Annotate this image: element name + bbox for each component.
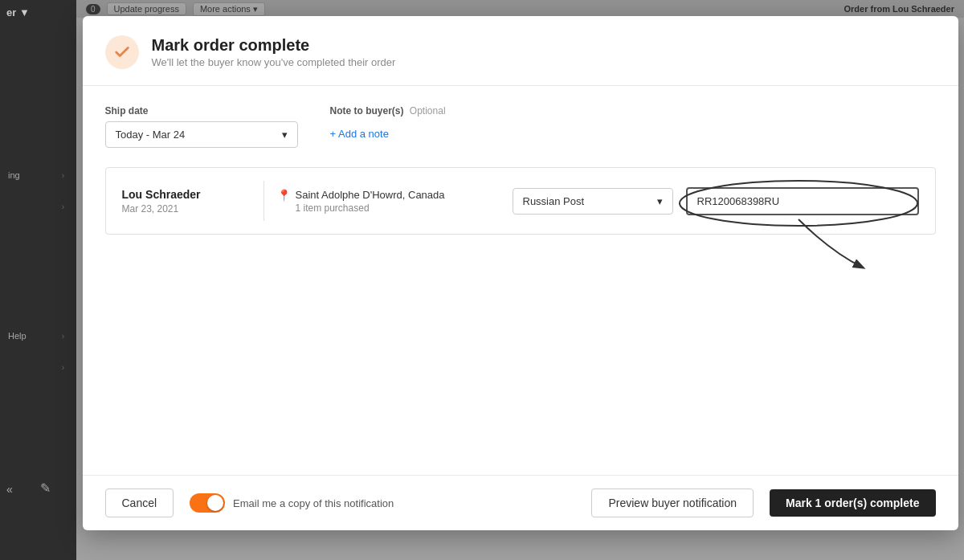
chevron-down-icon: ▾ (282, 129, 288, 141)
buyer-name: Lou Schraeder (122, 188, 251, 201)
ship-date-value: Today - Mar 24 (116, 129, 186, 141)
carrier-select[interactable]: Russian Post ▾ (513, 188, 673, 215)
chevron-right-icon-3: › (62, 332, 64, 341)
collapse-sidebar-button[interactable]: « (6, 483, 13, 496)
check-circle-icon (105, 35, 139, 69)
chevron-right-icon-4: › (62, 363, 64, 372)
sidebar-help-label: Help (8, 331, 27, 341)
edit-icon[interactable]: ✎ (40, 480, 51, 496)
sidebar-item-2[interactable]: › (0, 193, 72, 221)
toggle-knob (207, 495, 223, 511)
divider-1 (263, 181, 264, 221)
mark-complete-modal: Mark order complete We'll let the buyer … (83, 16, 958, 530)
preview-notification-button[interactable]: Preview buyer notification (591, 488, 754, 517)
ship-date-label: Ship date (105, 105, 298, 116)
form-top-row: Ship date Today - Mar 24 ▾ Note to buyer… (105, 105, 936, 148)
sidebar-item-label: ing (8, 170, 20, 180)
buyer-info: Lou Schraeder Mar 23, 2021 (122, 188, 251, 215)
sidebar-item-shipping[interactable]: ing › (0, 161, 72, 190)
sidebar (0, 0, 76, 560)
email-toggle-row: Email me a copy of this notification (190, 493, 394, 513)
add-note-link[interactable]: + Add a note (330, 128, 446, 140)
address-text: Saint Adolphe D'Howrd, Canada (296, 188, 445, 202)
tracking-input-wrapper (686, 187, 919, 215)
address-group: Saint Adolphe D'Howrd, Canada 1 item pur… (296, 188, 445, 214)
sidebar-item-4[interactable]: › (0, 354, 72, 382)
modal-subtitle: We'll let the buyer know you've complete… (152, 56, 396, 68)
cancel-button[interactable]: Cancel (105, 488, 174, 517)
items-count: 1 item purchased (296, 202, 445, 214)
mark-complete-button[interactable]: Mark 1 order(s) complete (770, 489, 936, 517)
note-group: Note to buyer(s) Optional + Add a note (330, 105, 446, 140)
email-copy-label: Email me a copy of this notification (233, 497, 394, 509)
carrier-value: Russian Post (523, 195, 585, 207)
email-toggle[interactable] (190, 493, 225, 513)
carrier-chevron-icon: ▾ (657, 195, 663, 207)
order-row: Lou Schraeder Mar 23, 2021 📍 Saint Adolp… (105, 167, 936, 235)
location-pin-icon: 📍 (277, 189, 291, 202)
optional-label: Optional (410, 105, 446, 116)
modal-overlay: Mark order complete We'll let the buyer … (76, 0, 964, 560)
modal-header: Mark order complete We'll let the buyer … (83, 16, 958, 86)
sidebar-item-help[interactable]: Help › (0, 321, 72, 350)
note-label: Note to buyer(s) Optional (330, 105, 446, 116)
modal-title: Mark order complete (152, 36, 396, 55)
chevron-right-icon-2: › (62, 202, 64, 211)
app-label[interactable]: er ▼ (6, 6, 30, 18)
modal-body: Ship date Today - Mar 24 ▾ Note to buyer… (83, 86, 958, 475)
ship-date-group: Ship date Today - Mar 24 ▾ (105, 105, 298, 148)
buyer-date: Mar 23, 2021 (122, 203, 251, 215)
ship-address: 📍 Saint Adolphe D'Howrd, Canada 1 item p… (277, 188, 445, 214)
ship-date-select[interactable]: Today - Mar 24 ▾ (105, 121, 298, 148)
chevron-right-icon: › (62, 171, 64, 180)
annotation-arrow (750, 219, 911, 284)
modal-footer: Cancel Email me a copy of this notificat… (83, 475, 958, 530)
modal-title-group: Mark order complete We'll let the buyer … (152, 36, 396, 68)
tracking-number-input[interactable] (686, 187, 919, 215)
